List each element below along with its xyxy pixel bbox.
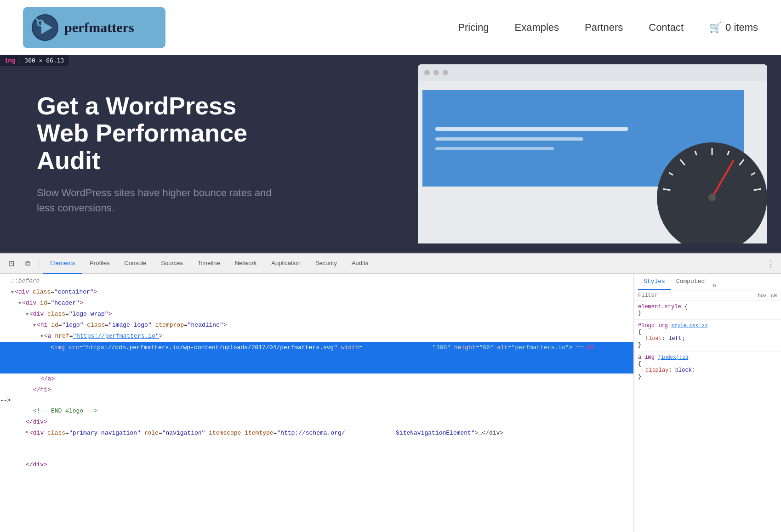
selected-indicator: …: [4, 343, 7, 353]
element-line-a[interactable]: ▼ <a href="https://perfmatters.io">: [0, 331, 633, 342]
tab-sources[interactable]: Sources: [154, 254, 190, 274]
content-line-2: [435, 137, 583, 141]
hov-button[interactable]: :hov: [757, 293, 766, 298]
devtools-inspect-button[interactable]: ⊡: [4, 256, 18, 271]
element-line-h1logo[interactable]: ▼ <h1 id="logo" class="image-logo" itemp…: [0, 320, 633, 331]
tab-audits[interactable]: Audits: [344, 254, 376, 274]
triangle-nav: ▶: [26, 428, 29, 436]
tab-application[interactable]: Application: [264, 254, 308, 274]
dot-1: [424, 70, 430, 75]
prop-val-display: block: [675, 367, 692, 374]
hero-text: Get a WordPress Web Performance Audit Sl…: [37, 92, 276, 215]
nav-links: Pricing Examples Partners Contact 🛒 0 it…: [458, 22, 758, 34]
rule-source-logo[interactable]: style.css:24: [671, 323, 707, 328]
triangle-container: ▼: [11, 289, 14, 296]
styles-tab-computed[interactable]: Computed: [671, 274, 710, 290]
elements-panel: ::before ▼ <div class="container"> ▼ <di…: [0, 274, 634, 532]
devtools-tabs: Elements Profiles Console Sources Timeli…: [43, 254, 763, 274]
styles-rule-logo-img: #logo img style.css:24 { float: left; }: [634, 320, 781, 351]
element-line-logowrap[interactable]: ▼ <div class="logo-wrap">: [0, 309, 633, 320]
devtools-panel: ⊡ ⧉ Elements Profiles Console Sources Ti…: [0, 253, 781, 532]
tab-console[interactable]: Console: [117, 254, 154, 274]
tooltip-size: 300 × 66.13: [24, 57, 64, 64]
devtools-content: ::before ▼ <div class="container"> ▼ <di…: [0, 274, 781, 532]
element-line-header[interactable]: ▼ <div id="header">: [0, 298, 633, 309]
content-line-3: [435, 147, 554, 150]
tab-security[interactable]: Security: [308, 254, 344, 274]
hero-title: Get a WordPress Web Performance Audit: [37, 92, 276, 174]
logo-box[interactable]: perfmatters: [23, 7, 165, 48]
rule-property-display: display: block;: [645, 367, 777, 374]
triangle-a: ▼: [40, 333, 43, 340]
styles-tab-styles[interactable]: Styles: [638, 274, 671, 290]
logo-text: perfmatters: [64, 20, 134, 35]
browser-titlebar: [418, 64, 767, 81]
styles-panel: Styles Computed » :hov .cls element.styl…: [634, 274, 781, 532]
rule-source-a-img[interactable]: (index):23: [658, 355, 688, 360]
element-line-comment[interactable]: <!-- END #logo -->: [0, 406, 633, 417]
devtools-menu-button[interactable]: ⋮: [764, 257, 777, 270]
logo-area: perfmatters: [23, 7, 458, 48]
element-line-container[interactable]: ▼ <div class="container">: [0, 287, 633, 298]
tooltip-tag: img: [5, 57, 15, 64]
element-line-close-a[interactable]: </a>: [0, 374, 633, 385]
svg-point-4: [657, 142, 767, 243]
rule-selector-logo: #logo img: [638, 323, 671, 329]
top-nav: perfmatters Pricing Examples Partners Co…: [0, 0, 781, 55]
prop-name-display: display: [645, 367, 668, 374]
nav-link-examples[interactable]: Examples: [515, 22, 559, 34]
triangle-header: ▼: [18, 300, 21, 307]
element-line-img[interactable]: … <img src="https://cdn.perfmatters.io/w…: [0, 342, 633, 374]
logo-icon: [31, 14, 59, 41]
rule-selector-element: element.style: [638, 304, 684, 310]
nav-link-pricing[interactable]: Pricing: [458, 22, 489, 34]
svg-point-15: [708, 194, 716, 201]
element-line-close-div[interactable]: </div>: [0, 417, 633, 428]
tab-profiles[interactable]: Profiles: [82, 254, 117, 274]
triangle-logowrap: ▼: [26, 311, 29, 318]
dot-2: [433, 70, 439, 75]
hero-section: Get a WordPress Web Performance Audit Sl…: [0, 55, 781, 253]
styles-rule-element: element.style { }: [634, 301, 781, 320]
nav-link-contact[interactable]: Contact: [649, 22, 684, 34]
tooltip-separator: |: [18, 57, 22, 64]
devtools-toolbar: ⊡ ⧉ Elements Profiles Console Sources Ti…: [0, 254, 781, 274]
chevron-icon: »: [712, 282, 717, 290]
tab-elements[interactable]: Elements: [43, 254, 82, 274]
styles-rule-a-img: a img (index):23 { display: block; }: [634, 351, 781, 383]
element-line-before[interactable]: ::before: [0, 276, 633, 287]
tab-timeline[interactable]: Timeline: [190, 254, 228, 274]
rule-property-float: float: left;: [645, 335, 777, 342]
prop-name-float: float: [645, 335, 662, 342]
tab-network[interactable]: Network: [228, 254, 264, 274]
triangle-h1: ▼: [33, 322, 36, 329]
dot-3: [443, 70, 448, 75]
speedometer-icon: [652, 129, 767, 243]
element-line-close-h1[interactable]: </h1>: [0, 385, 633, 396]
cart-icon: 🛒: [709, 22, 722, 34]
styles-filter-row: :hov .cls: [634, 290, 781, 301]
styles-filter-input[interactable]: [638, 292, 753, 299]
styles-panel-tabs: Styles Computed »: [634, 274, 781, 290]
element-line-final-div[interactable]: </div>: [0, 459, 633, 470]
hero-subtitle: Slow WordPress sites have higher bounce …: [37, 185, 276, 215]
img-tooltip: img | 300 × 66.13: [0, 55, 68, 66]
nav-link-partners[interactable]: Partners: [585, 22, 623, 34]
rule-selector-a-img: a img: [638, 354, 658, 361]
browser-body: [418, 81, 767, 243]
toolbar-separator: [39, 258, 39, 269]
cart-count: 0 items: [725, 22, 758, 34]
cart-button[interactable]: 🛒 0 items: [709, 22, 758, 34]
element-line-nav[interactable]: ▶ <div class="primary-navigation" role="…: [0, 428, 633, 459]
cls-button[interactable]: .cls: [770, 293, 778, 298]
element-text-before: ::before: [11, 276, 40, 286]
devtools-device-button[interactable]: ⧉: [20, 256, 35, 271]
content-line-1: [435, 127, 628, 131]
prop-val-float: left: [668, 335, 682, 342]
browser-mockup: [418, 64, 767, 243]
